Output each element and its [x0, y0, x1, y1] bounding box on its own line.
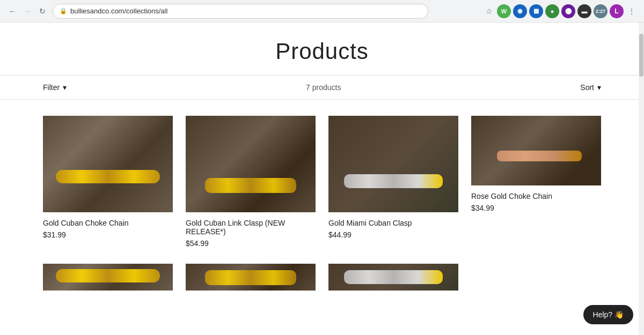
product-name: Gold Cuban Link Clasp (NEW RELEASE*): [186, 219, 316, 236]
product-card-partial[interactable]: [43, 264, 173, 297]
sort-button[interactable]: Sort ▾: [580, 83, 601, 92]
scrollbar-thumb: [639, 34, 643, 77]
product-count: 7 products: [306, 83, 341, 92]
url-text: bulliesandco.com/collections/all: [70, 7, 167, 15]
product-name: Gold Miami Cuban Clasp: [328, 219, 458, 227]
product-name: Rose Gold Choke Chain: [471, 192, 601, 200]
ext-whatsapp[interactable]: W: [497, 4, 511, 18]
filter-button[interactable]: Filter ▾: [43, 83, 67, 92]
nav-buttons: ← → ↻: [6, 5, 48, 17]
refresh-button[interactable]: ↻: [36, 5, 48, 17]
product-name: Gold Cuban Choke Chain: [43, 219, 173, 227]
back-button[interactable]: ←: [6, 5, 18, 17]
help-button[interactable]: Help? 👋: [583, 305, 633, 324]
product-image-partial: [328, 264, 458, 291]
filter-bar: Filter ▾ 7 products Sort ▾: [0, 75, 644, 100]
page-title: Products: [0, 39, 644, 64]
lock-icon: 🔒: [60, 8, 67, 14]
forward-button[interactable]: →: [21, 5, 33, 17]
filter-label: Filter: [43, 83, 60, 92]
ext-1[interactable]: ◉: [513, 4, 527, 18]
ext-5[interactable]: ▬: [577, 4, 591, 18]
product-card-partial[interactable]: [186, 264, 316, 297]
address-bar[interactable]: 🔒 bulliesandco.com/collections/all: [53, 4, 428, 19]
ext-3[interactable]: ●: [545, 4, 559, 18]
product-price: $44.99: [328, 230, 458, 239]
filter-chevron-icon: ▾: [63, 83, 67, 92]
sort-chevron-icon: ▾: [597, 83, 601, 92]
ext-2[interactable]: ▦: [529, 4, 543, 18]
profile-badge[interactable]: L: [610, 4, 624, 18]
bookmark-button[interactable]: ☆: [483, 5, 495, 17]
product-card[interactable]: Rose Gold Choke Chain $34.99: [471, 116, 601, 248]
products-grid: Gold Cuban Choke Chain $31.99 Gold Cuban…: [0, 110, 644, 253]
product-card[interactable]: Gold Cuban Link Clasp (NEW RELEASE*) $54…: [186, 116, 316, 248]
product-price: $31.99: [43, 230, 173, 239]
ext-4[interactable]: ⬤: [561, 4, 575, 18]
page-title-section: Products: [0, 23, 644, 75]
product-image-partial: [186, 264, 316, 291]
product-image: [43, 116, 173, 212]
menu-button[interactable]: ⋮: [626, 5, 638, 17]
scrollbar[interactable]: [639, 23, 644, 335]
browser-actions: ☆ W ◉ ▦ ● ⬤ ▬ 2:27 L ⋮: [483, 4, 638, 18]
sort-label: Sort: [580, 83, 594, 92]
products-grid-bottom: [0, 264, 644, 297]
ext-timer[interactable]: 2:27: [594, 4, 608, 18]
product-card[interactable]: Gold Cuban Choke Chain $31.99: [43, 116, 173, 248]
help-label: Help? 👋: [593, 310, 624, 319]
product-price: $34.99: [471, 204, 601, 212]
page-content: Products Filter ▾ 7 products Sort ▾ Gold…: [0, 23, 644, 297]
product-card[interactable]: Gold Miami Cuban Clasp $44.99: [328, 116, 458, 248]
browser-chrome: ← → ↻ 🔒 bulliesandco.com/collections/all…: [0, 0, 644, 23]
product-image: [328, 116, 458, 212]
product-card-partial[interactable]: [328, 264, 458, 297]
product-image: [186, 116, 316, 212]
product-image: [471, 116, 601, 185]
product-price: $54.99: [186, 239, 316, 248]
product-image-partial: [43, 264, 173, 291]
